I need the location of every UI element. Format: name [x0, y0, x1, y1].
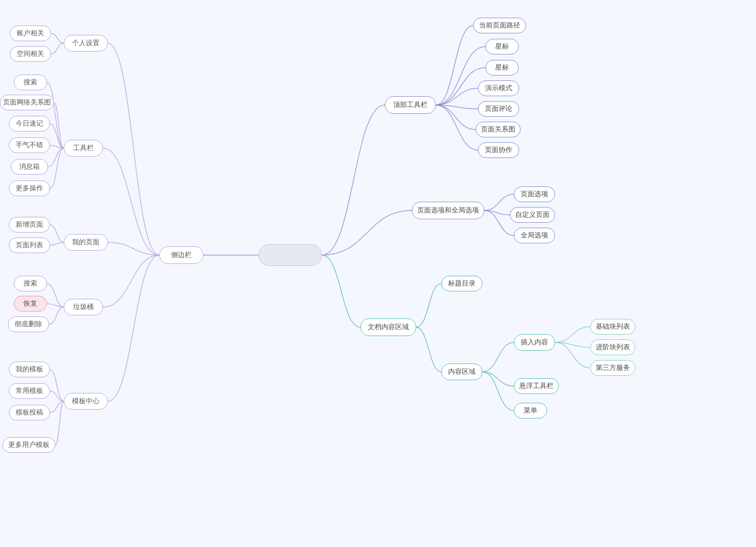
node-page-global-options: 页面选项和全局选项: [412, 202, 484, 219]
node-star2: 星标: [485, 60, 519, 76]
node-star1: 星标: [485, 39, 519, 54]
node-page-list: 页面列表: [9, 237, 50, 253]
node-insert-content: 插入内容: [514, 334, 555, 351]
node-page-graph: 页面关系图: [476, 122, 521, 137]
node-my-templates: 我的模板: [9, 362, 50, 377]
node-template-center: 模板中心: [64, 393, 108, 410]
node-toolbar: 工具栏: [64, 140, 103, 156]
node-account: 账户相关: [10, 26, 51, 41]
node-delete-perm: 彻底删除: [8, 316, 49, 332]
node-restore: 恢复: [14, 296, 47, 312]
node-more-templates: 更多用户模板: [2, 437, 55, 453]
node-template-submit: 模板投稿: [9, 405, 50, 420]
node-doc-content-area: 文档内容区域: [360, 318, 416, 336]
node-more-ops: 更多操作: [9, 181, 50, 196]
node-custom-page: 自定义页面: [510, 207, 555, 223]
node-content-area: 内容区域: [441, 364, 482, 380]
node-inbox: 消息箱: [11, 159, 48, 175]
node-space: 空间相关: [10, 46, 51, 62]
node-page-options: 页面选项: [514, 186, 555, 202]
node-search2: 搜索: [14, 276, 47, 291]
center-node: [258, 244, 322, 266]
node-sidebar: 侧边栏: [159, 246, 203, 264]
node-present-mode: 演示模式: [478, 80, 519, 96]
node-personal-settings: 个人设置: [64, 35, 108, 52]
node-daily-note: 今日速记: [9, 116, 50, 131]
node-page-collab: 页面协作: [478, 142, 519, 158]
node-common-templates: 常用模板: [9, 383, 50, 399]
node-menu: 菜单: [514, 403, 547, 418]
node-page-network: 页面网络关系图: [0, 95, 54, 110]
node-add-page: 新增页面: [9, 217, 50, 233]
node-breadcrumb: 当前页面路径: [473, 18, 526, 33]
node-float-toolbar: 悬浮工具栏: [514, 378, 559, 394]
node-top-toolbar: 顶部工具栏: [385, 96, 436, 114]
node-global-options: 全局选项: [514, 228, 555, 243]
node-lucky: 手气不错: [9, 137, 50, 153]
node-basic-blocks: 基础块列表: [590, 319, 635, 335]
node-my-pages: 我的页面: [64, 234, 108, 251]
node-advanced-blocks: 进阶块列表: [590, 339, 635, 355]
node-toc: 标题目录: [441, 276, 482, 291]
node-page-comment: 页面评论: [478, 101, 519, 117]
node-third-party: 第三方服务: [590, 360, 635, 376]
node-search1: 搜索: [14, 75, 47, 90]
node-trash: 垃圾桶: [64, 299, 103, 315]
